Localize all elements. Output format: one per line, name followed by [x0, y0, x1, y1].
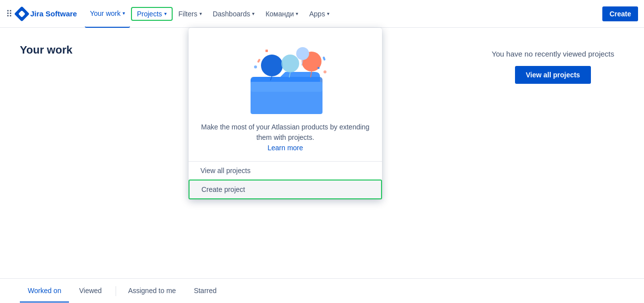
- svg-point-3: [261, 55, 283, 76]
- create-button[interactable]: Create: [602, 6, 638, 21]
- svg-point-9: [296, 47, 309, 60]
- jira-diamond-icon: [14, 6, 29, 21]
- dropdown-top: Make the most of your Atlassian products…: [189, 28, 382, 84]
- nav-item-filters[interactable]: Filters ▾: [174, 0, 207, 28]
- nav-label-komandi: Команди: [265, 10, 294, 18]
- svg-rect-14: [322, 57, 325, 61]
- svg-point-5: [281, 55, 299, 72]
- nav-label-dashboards: Dashboards: [213, 10, 251, 18]
- nav-item-your-work[interactable]: Your work ▾: [85, 0, 130, 28]
- chevron-down-icon: ▾: [252, 11, 255, 16]
- nav-label-filters: Filters: [179, 10, 197, 18]
- svg-rect-13: [257, 59, 260, 63]
- chevron-down-icon: ▾: [164, 11, 167, 16]
- grid-icon[interactable]: ⠿: [6, 8, 12, 19]
- nav-item-dashboards[interactable]: Dashboards ▾: [208, 0, 260, 28]
- svg-point-15: [254, 65, 257, 68]
- svg-rect-12: [318, 67, 320, 69]
- nav-item-projects[interactable]: Projects ▾: [131, 7, 173, 21]
- projects-dropdown: Make the most of your Atlassian products…: [189, 28, 382, 84]
- chevron-down-icon: ▾: [296, 11, 298, 16]
- nav-right: Create: [602, 6, 638, 21]
- nav-logo[interactable]: Jira Software: [16, 8, 77, 19]
- nav-item-apps[interactable]: Apps ▾: [304, 0, 334, 28]
- no-projects-text: You have no recently viewed projects: [492, 50, 614, 58]
- folder-illustration: [238, 40, 332, 84]
- chevron-down-icon: ▾: [123, 10, 125, 16]
- nav-label-your-work: Your work: [90, 9, 121, 17]
- svg-rect-2: [251, 82, 322, 84]
- navbar: ⠿ Jira Software Your work ▾ Projects ▾ F…: [0, 0, 644, 28]
- app-name: Jira Software: [30, 9, 77, 18]
- view-all-projects-button[interactable]: View all projects: [515, 66, 591, 84]
- svg-rect-11: [265, 50, 268, 52]
- nav-item-komandi[interactable]: Команди ▾: [260, 0, 303, 28]
- svg-point-16: [323, 70, 326, 73]
- chevron-down-icon: ▾: [327, 11, 329, 16]
- nav-label-apps: Apps: [309, 10, 325, 18]
- nav-label-projects: Projects: [137, 10, 162, 18]
- chevron-down-icon: ▾: [199, 11, 202, 16]
- right-panel: You have no recently viewed projects Vie…: [492, 50, 614, 84]
- nav-items: Your work ▾ Projects ▾ Filters ▾ Dashboa…: [85, 0, 602, 28]
